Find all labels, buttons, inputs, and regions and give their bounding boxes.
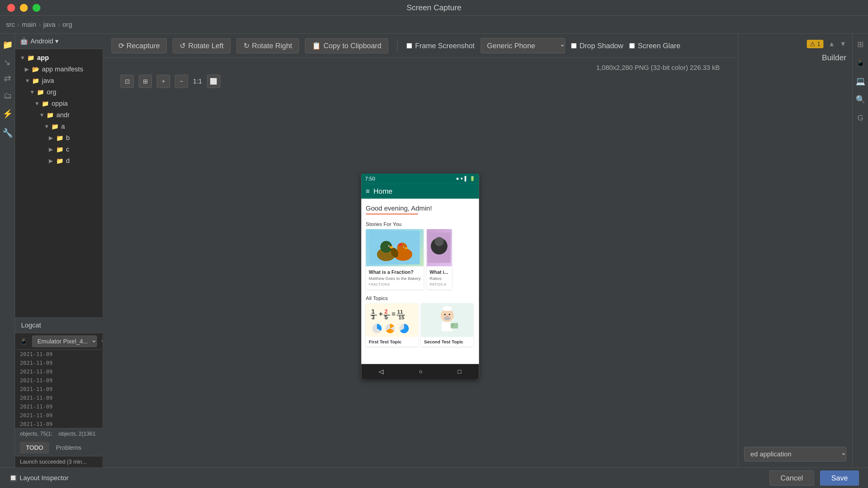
close-button[interactable]	[7, 4, 15, 12]
greeting-section: Good evening, Admin!	[361, 199, 479, 218]
svg-text:5: 5	[384, 314, 388, 321]
topic-2-label: Second Test Topic	[421, 337, 473, 347]
svg-point-15	[435, 237, 444, 246]
zoom-level: 1:1	[193, 77, 202, 85]
svg-point-36	[446, 316, 448, 317]
home-button[interactable]: ○	[417, 366, 424, 377]
topic-card-2[interactable]: ✓ Second Test Topic	[421, 303, 473, 347]
ide-path-bar: src › main › java › org	[0, 16, 868, 34]
folder-icon-org: 📁	[37, 89, 44, 96]
frame-screenshot-label: Frame Screenshot	[407, 41, 474, 50]
screen-glare-checkbox[interactable]	[629, 43, 635, 48]
svg-point-9	[398, 243, 402, 246]
tree-item-sub2[interactable]: ▶ 📁 c	[15, 144, 117, 155]
application-dropdown[interactable]: ed application	[744, 447, 846, 461]
story-image-1	[366, 229, 424, 266]
tree-item-java[interactable]: ▼ 📁 java	[15, 75, 117, 87]
problems-tab[interactable]: Problems	[50, 442, 87, 454]
tree-item-andr[interactable]: ▼ 📁 andr	[15, 109, 117, 121]
bottom-tabs: TODO Problems	[15, 440, 117, 456]
cancel-button[interactable]: Cancel	[770, 470, 814, 486]
rotate-left-icon: ↺	[180, 41, 186, 50]
warning-badge: ⚠ 1	[807, 40, 824, 48]
svg-text:3: 3	[371, 314, 375, 321]
copy-clipboard-button[interactable]: 📋 Copy to Clipboard	[305, 38, 388, 53]
file-tree: ▼ 📁 app ▶ 📂 app manifests ▼ 📁 java ▼ 📁	[15, 49, 117, 318]
commit-icon[interactable]: ↗	[2, 59, 12, 66]
svg-text:✓: ✓	[452, 324, 454, 327]
phone-status-bar: 7:50 ▾ ▌ 🔋	[361, 173, 479, 184]
window-title: Screen Capture	[407, 3, 461, 12]
emulator-icon[interactable]: 💻	[856, 76, 865, 86]
topic-img-1: 1 3 + 2 5 = 11	[366, 303, 418, 337]
resource-manager-icon[interactable]: 🗂	[3, 91, 12, 100]
ratios-svg	[428, 231, 451, 264]
recapture-button[interactable]: ⟳ Recapture	[112, 38, 167, 53]
minimize-button[interactable]	[20, 4, 28, 12]
topic-card-1[interactable]: 1 3 + 2 5 = 11	[366, 303, 418, 347]
log-objects1: objects, 75(1:	[20, 431, 53, 437]
log-entry: 2021-11-09	[15, 350, 117, 358]
pull-requests-icon[interactable]: ⇅	[2, 75, 12, 82]
grid-view-button[interactable]: ⊞	[138, 75, 152, 88]
wifi-icon: ▾	[461, 176, 463, 181]
emulator-selector[interactable]: Emulator Pixel_4...	[32, 335, 97, 347]
tree-item-sub1[interactable]: ▶ 📁 b	[15, 132, 117, 144]
builder-panel: ⚠ 1 ▲ ▼ Builder ed application	[738, 34, 852, 467]
drop-shadow-checkbox[interactable]	[571, 43, 577, 48]
rotate-right-button[interactable]: ↻ Rotate Right	[237, 38, 299, 53]
path-java: java	[43, 21, 56, 29]
app-home-title: Home	[373, 187, 393, 195]
frame-screenshot-checkbox[interactable]	[407, 43, 412, 48]
folder-icon-sub2: 📁	[56, 146, 64, 153]
phone-time: 7:50	[365, 175, 375, 182]
zoom-reset-button[interactable]: ⬜	[207, 75, 220, 88]
rotate-right-icon: ↻	[244, 41, 250, 50]
layout-icon[interactable]: ⊞	[857, 40, 864, 49]
file-tree-panel: 🤖 Android ▾ ▼ 📁 app ▶ 📂 app manifests ▼ …	[15, 34, 118, 467]
story-card-1[interactable]: What is a Fraction? Matthew Goes to the …	[366, 229, 424, 290]
hamburger-icon[interactable]: ≡	[366, 187, 370, 195]
app-toolbar: ≡ Home	[361, 184, 479, 199]
path-main: main	[22, 21, 36, 29]
back-button[interactable]: ◁	[377, 366, 385, 377]
left-icons-panel: 📁 ↗ ⇅ 🗂 ⚡ 🔧	[0, 34, 15, 467]
ratios-story-bg	[427, 229, 452, 266]
gradle-icon[interactable]: G	[857, 113, 863, 123]
device-selector[interactable]: Generic Phone	[481, 38, 565, 53]
save-button[interactable]: Save	[820, 470, 859, 486]
structure-icon[interactable]: ⚡	[2, 109, 12, 119]
tree-item-sub3[interactable]: ▶ 📁 d	[15, 155, 117, 167]
tree-item-manifests[interactable]: ▶ 📂 app manifests	[15, 64, 117, 75]
device-manager-icon[interactable]: 📱	[856, 58, 865, 67]
story-tag-2: RATIOS A	[430, 283, 449, 287]
scroll-down-icon[interactable]: ▼	[840, 40, 846, 48]
topic-img-2: ✓	[421, 303, 473, 337]
scroll-up-icon[interactable]: ▲	[828, 40, 835, 48]
tree-item-oppia[interactable]: ▼ 📁 oppia	[15, 98, 117, 109]
svg-point-3	[390, 246, 393, 249]
log-objects2: objects, 2(1361	[59, 431, 96, 437]
recents-button[interactable]: □	[456, 366, 463, 377]
stories-row: What is a Fraction? Matthew Goes to the …	[361, 229, 479, 293]
zoom-in-button[interactable]: +	[157, 75, 170, 88]
maximize-button[interactable]	[33, 4, 40, 12]
story-info-2: What i... Ratios: RATIOS A	[427, 266, 452, 290]
project-icon[interactable]: 📁	[2, 40, 12, 50]
tree-item-a[interactable]: ▼ 📁 a	[15, 121, 117, 132]
tree-item-app[interactable]: ▼ 📁 app	[15, 52, 117, 64]
folder-icon-oppia: 📁	[41, 100, 49, 107]
fraction-story-bg	[366, 229, 424, 266]
story-card-2[interactable]: What i... Ratios: RATIOS A	[427, 229, 452, 290]
svg-point-5	[389, 246, 390, 247]
zoom-out-button[interactable]: −	[175, 75, 188, 88]
todo-tab[interactable]: TODO	[20, 442, 49, 454]
fit-view-button[interactable]: ⊡	[121, 75, 134, 88]
screenshot-display-area: 1,080x2,280 PNG (32-bit color) 226.33 kB…	[102, 58, 738, 467]
tree-item-org[interactable]: ▼ 📁 org	[15, 87, 117, 98]
logcat-header: Logcat	[15, 318, 117, 333]
rotate-left-button[interactable]: ↺ Rotate Left	[173, 38, 230, 53]
build-variants-icon[interactable]: 🔧	[2, 128, 12, 138]
search-icon[interactable]: 🔍	[856, 95, 865, 104]
story-name-1: What is a Fraction?	[369, 269, 421, 275]
